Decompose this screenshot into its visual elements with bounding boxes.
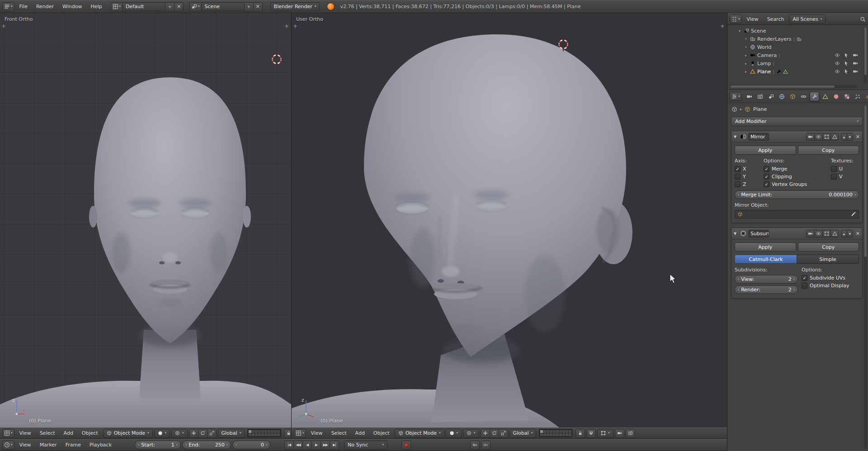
pivot-point-select[interactable]: ▾ [171, 429, 188, 438]
expander-icon[interactable]: ▸ [744, 53, 748, 57]
rotate-manipulator-button[interactable] [198, 429, 208, 438]
copy-button[interactable]: Copy [798, 146, 859, 155]
tab-scene[interactable] [766, 92, 776, 101]
menu-object[interactable]: Object [370, 429, 393, 437]
scale-manipulator-button[interactable] [499, 429, 508, 438]
modifier-name-field[interactable]: Subsurf [748, 230, 769, 237]
edit-mode-toggle[interactable] [822, 230, 831, 237]
browse-scenes-button[interactable]: ▾ [189, 2, 202, 11]
menu-select[interactable]: Select [328, 429, 350, 437]
visibility-eye-icon[interactable] [835, 69, 840, 74]
expander-icon[interactable]: ▾ [737, 29, 742, 33]
eyedropper-icon[interactable] [851, 212, 856, 217]
selectability-cursor-icon[interactable] [844, 69, 849, 74]
auto-keyframe-record-button[interactable] [401, 441, 411, 450]
delete-layout-button[interactable]: ✕ [174, 2, 184, 11]
tab-modifiers[interactable] [810, 92, 819, 101]
move-down-button[interactable]: ▼ [847, 230, 853, 237]
tab-render[interactable] [745, 92, 754, 101]
menu-render[interactable]: Render [33, 3, 57, 10]
region-toggle-plus[interactable]: + [293, 23, 297, 29]
lock-to-scene-button[interactable] [284, 429, 291, 438]
browse-layouts-button[interactable]: ▾ [111, 2, 123, 11]
apply-button[interactable]: Apply [735, 242, 796, 252]
frame-end-field[interactable]: ‹End:250› [182, 441, 231, 449]
editor-type-button[interactable]: ▾ [2, 429, 14, 438]
search-icon[interactable] [860, 16, 866, 22]
tab-object-data[interactable] [821, 92, 830, 101]
clipping-checkbox[interactable]: ✓Clipping [764, 174, 828, 180]
menu-select[interactable]: Select [36, 429, 59, 437]
move-up-button[interactable]: ▲ [841, 230, 847, 237]
render-visibility-toggle[interactable] [806, 230, 815, 237]
expander-icon[interactable]: ▸ [744, 70, 748, 74]
axis-y-checkbox[interactable]: Y [735, 174, 761, 180]
region-toggle-plus[interactable]: + [1, 23, 6, 29]
editor-type-button[interactable]: ▾ [294, 429, 306, 438]
region-toggle-plus[interactable]: + [720, 23, 725, 29]
layers-widget[interactable] [539, 429, 573, 437]
orientation-select[interactable]: Global▾ [509, 429, 537, 438]
apply-button[interactable]: Apply [735, 146, 796, 155]
outliner-item-scene[interactable]: ▾ Scene [727, 27, 868, 35]
add-modifier-button[interactable]: Add Modifier▾ [731, 117, 863, 126]
menu-search[interactable]: Search [764, 15, 788, 23]
info-editor-type-button[interactable]: ▾ [2, 2, 14, 11]
outliner-item-plane[interactable]: ▸ Plane | [727, 67, 868, 76]
menu-view[interactable]: View [307, 429, 326, 437]
menu-view[interactable]: View [16, 441, 35, 449]
merge-checkbox[interactable]: ✓Merge [764, 166, 828, 172]
jump-to-start-button[interactable]: |◀ [284, 441, 294, 450]
rotate-manipulator-button[interactable] [490, 429, 499, 438]
cage-toggle[interactable] [830, 230, 839, 237]
expand-triangle-icon[interactable]: ▼ [734, 135, 738, 139]
visibility-eye-icon[interactable] [835, 52, 840, 58]
move-down-button[interactable]: ▼ [847, 133, 853, 141]
previous-keyframe-button[interactable]: ◀◀ [293, 441, 303, 450]
play-button[interactable]: ▶ [311, 441, 321, 450]
optimal-display-checkbox[interactable]: Optimal Display [802, 283, 859, 289]
jump-to-end-button[interactable]: ▶| [330, 441, 339, 450]
scale-manipulator-button[interactable] [207, 429, 217, 438]
move-up-button[interactable]: ▲ [841, 133, 847, 141]
mode-select[interactable]: Object Mode▾ [103, 429, 153, 438]
menu-view[interactable]: View [16, 429, 35, 437]
renderability-camera-icon[interactable] [853, 61, 858, 66]
renderability-camera-icon[interactable] [853, 69, 858, 74]
frame-start-field[interactable]: ‹Start:1› [135, 441, 181, 449]
visibility-eye-icon[interactable] [835, 61, 840, 66]
tab-render-layers[interactable] [755, 92, 765, 101]
catmull-clark-button[interactable]: Catmull-Clark [735, 255, 797, 264]
outliner-item-renderlayers[interactable]: • RenderLayers | [727, 35, 868, 43]
delete-scene-button[interactable]: ✕ [253, 2, 263, 11]
play-reverse-button[interactable]: ◀ [302, 441, 312, 450]
properties-scrollbar[interactable] [864, 104, 867, 449]
simple-button[interactable]: Simple [797, 255, 859, 264]
timeline-editor-type-button[interactable]: ▾ [2, 441, 14, 450]
outliner-item-world[interactable]: • World [727, 43, 868, 51]
mirror-object-field[interactable] [735, 210, 859, 218]
viewport-shading-select[interactable]: ▾ [154, 429, 170, 438]
selectability-cursor-icon[interactable] [844, 52, 849, 58]
copy-button[interactable]: Copy [798, 242, 859, 252]
modifier-name-field[interactable]: Mirror [748, 133, 769, 141]
cage-toggle[interactable] [830, 133, 839, 141]
viewport-shading-select[interactable]: ▾ [446, 429, 462, 438]
subsurf-modifier-header[interactable]: ▼ Subsurf ▲ ▼ [731, 228, 862, 239]
expander-icon[interactable]: • [744, 37, 748, 41]
opengl-render-still-button[interactable] [615, 429, 624, 438]
properties-editor-type-button[interactable]: ▾ [730, 92, 742, 101]
outliner-horizontal-scrollbar[interactable] [730, 85, 857, 88]
renderability-camera-icon[interactable] [853, 52, 858, 58]
tab-particles[interactable] [853, 92, 863, 101]
menu-window[interactable]: Window [59, 3, 85, 10]
opengl-render-anim-button[interactable] [626, 429, 635, 438]
add-scene-button[interactable]: ＋ [244, 2, 254, 11]
vertex-groups-checkbox[interactable]: ✓Vertex Groups [764, 181, 828, 187]
merge-limit-field[interactable]: ‹Merge Limit:0.000100› [735, 190, 859, 199]
snap-element-select[interactable]: ▾ [597, 429, 613, 438]
layers-widget[interactable] [247, 429, 281, 437]
tab-world[interactable] [777, 92, 787, 101]
texture-u-checkbox[interactable]: U [831, 166, 859, 172]
pivot-point-select[interactable]: ▾ [463, 429, 479, 438]
